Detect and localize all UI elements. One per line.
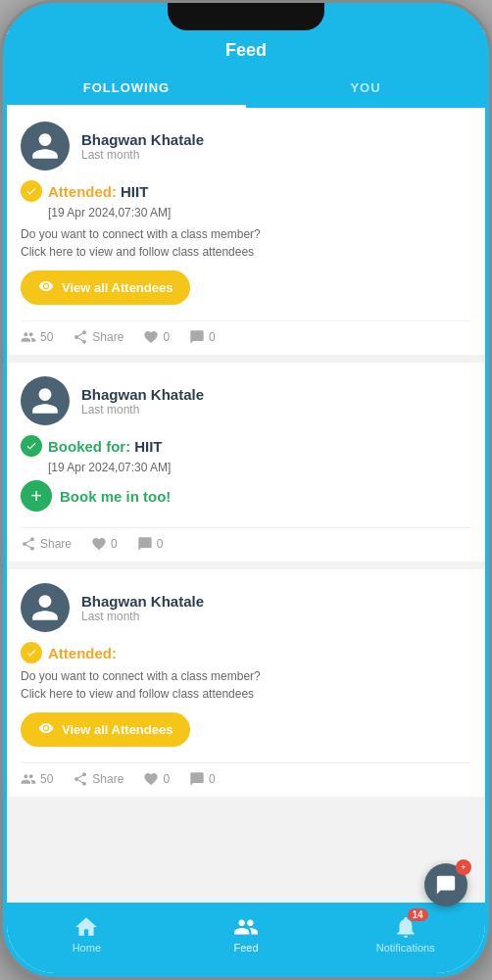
like-action-3[interactable]: 0 [143, 771, 170, 787]
share-label-3: Share [92, 772, 123, 786]
comment-action-3[interactable]: 0 [189, 771, 216, 787]
feed-content: Bhagwan Khatale Last month Attended: HII… [7, 108, 485, 903]
feed-card-3: Bhagwan Khatale Last month Attended: Do … [7, 569, 485, 797]
phone-frame: Feed FOLLOWING YOU Bhagwan Khatale Last … [0, 0, 492, 980]
nav-notifications[interactable]: 14 Notifications [325, 903, 485, 965]
tabs: FOLLOWING YOU [7, 71, 485, 108]
activity-label-2: Booked for: [48, 438, 130, 455]
activity-badge-3 [21, 642, 42, 663]
card-actions-2: Share 0 0 [21, 527, 471, 552]
share-action-3[interactable]: Share [73, 771, 123, 787]
share-action-1[interactable]: Share [73, 329, 123, 345]
card-actions-1: 50 Share 0 0 [21, 320, 471, 345]
fab-badge: + [456, 859, 471, 875]
activity-datetime-2: [19 Apr 2024,07:30 AM] [48, 461, 471, 474]
view-all-label-3: View all Attendees [62, 722, 172, 737]
likes-count-3: 0 [163, 772, 170, 786]
view-all-label-1: View all Attendees [62, 280, 172, 295]
comments-count-3: 0 [209, 772, 216, 786]
view-all-btn-3[interactable]: View all Attendees [21, 712, 190, 747]
nav-home-label: Home [73, 942, 101, 954]
card-user-time-2: Last month [81, 403, 204, 416]
app-header: Feed FOLLOWING YOU [7, 30, 485, 108]
eye-icon-1 [38, 278, 54, 297]
activity-line-2: Booked for: HIIT [21, 435, 471, 457]
nav-notifications-label: Notifications [376, 942, 435, 954]
attendees-count-1: 50 [40, 330, 53, 344]
bottom-nav: Home Feed 14 Notifications [7, 903, 485, 973]
activity-badge-1 [21, 180, 42, 202]
avatar-1 [21, 122, 70, 171]
eye-icon-3 [38, 720, 54, 739]
phone-inner: Feed FOLLOWING YOU Bhagwan Khatale Last … [7, 30, 485, 973]
like-action-2[interactable]: 0 [91, 536, 118, 552]
activity-line-1: Attended: HIIT [21, 180, 471, 202]
card-user-time-1: Last month [81, 148, 204, 162]
like-action-1[interactable]: 0 [143, 329, 170, 345]
likes-count-2: 0 [111, 537, 118, 551]
notif-badge: 14 [408, 908, 428, 921]
feed-card-2: Bhagwan Khatale Last month Booked for: H… [7, 363, 485, 562]
card-header-2: Bhagwan Khatale Last month [21, 376, 471, 425]
comment-action-2[interactable]: 0 [137, 536, 164, 552]
share-label-1: Share [92, 330, 123, 344]
nav-feed-label: Feed [233, 942, 258, 954]
comment-action-1[interactable]: 0 [189, 329, 216, 345]
card-user-name-1: Bhagwan Khatale [81, 131, 204, 148]
fab-button[interactable]: + [424, 863, 467, 906]
tab-you[interactable]: YOU [246, 71, 485, 108]
attendees-action-1[interactable]: 50 [21, 329, 53, 345]
card-header-3: Bhagwan Khatale Last month [21, 583, 471, 632]
book-btn-2[interactable]: + Book me in too! [21, 480, 171, 512]
card-user-info-2: Bhagwan Khatale Last month [81, 386, 204, 416]
nav-home[interactable]: Home [7, 903, 167, 965]
attendees-count-3: 50 [40, 772, 53, 786]
activity-desc-1: Do you want to connect with a class memb… [21, 225, 471, 261]
card-header-1: Bhagwan Khatale Last month [21, 122, 471, 171]
view-all-btn-1[interactable]: View all Attendees [21, 270, 190, 305]
tab-following[interactable]: FOLLOWING [7, 71, 246, 108]
feed-card-1: Bhagwan Khatale Last month Attended: HII… [7, 108, 485, 355]
comments-count-2: 0 [157, 537, 164, 551]
activity-datetime-1: [19 Apr 2024,07:30 AM] [48, 206, 471, 220]
attendees-action-3[interactable]: 50 [21, 771, 53, 787]
comments-count-1: 0 [209, 330, 216, 344]
card-user-name-3: Bhagwan Khatale [81, 593, 204, 610]
card-actions-3: 50 Share 0 0 [21, 762, 471, 787]
share-action-2[interactable]: Share [21, 536, 72, 552]
card-user-name-2: Bhagwan Khatale [81, 386, 204, 403]
book-label-2: Book me in too! [60, 488, 171, 505]
plus-icon-2: + [21, 480, 52, 512]
card-user-time-3: Last month [81, 610, 204, 623]
phone-notch [168, 3, 324, 30]
likes-count-1: 0 [163, 330, 170, 344]
card-user-info-3: Bhagwan Khatale Last month [81, 593, 204, 623]
share-label-2: Share [40, 537, 72, 551]
activity-label-1: Attended: [48, 183, 117, 200]
avatar-3 [21, 583, 70, 632]
activity-badge-2 [21, 435, 42, 457]
activity-desc-3: Do you want to connect with a class memb… [21, 667, 471, 703]
activity-class-1: HIIT [121, 183, 148, 200]
activity-label-3: Attended: [48, 645, 117, 662]
avatar-2 [21, 376, 70, 425]
activity-class-2: HIIT [134, 438, 162, 455]
notif-wrap: 14 [393, 914, 418, 940]
card-user-info-1: Bhagwan Khatale Last month [81, 131, 204, 162]
app-title: Feed [7, 40, 485, 71]
activity-line-3: Attended: [21, 642, 471, 663]
nav-feed[interactable]: Feed [167, 903, 326, 965]
